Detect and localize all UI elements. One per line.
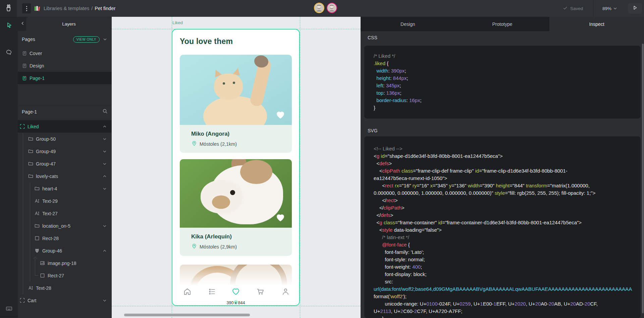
zoom-control[interactable]: 89% [602,0,617,17]
chevron-up-icon[interactable] [102,248,108,254]
page-item-design[interactable]: Design [18,59,112,72]
page-label: Design [30,63,44,69]
code-line: } [374,104,641,111]
pet-card-miko[interactable]: Miko (Angora)Móstoles (2,1km) [180,55,292,153]
horizontal-scrollbar[interactable] [124,314,250,316]
code-line: font-weight: 400; [374,263,641,271]
nav-home-icon[interactable] [183,287,192,296]
user-avatar[interactable] [314,3,324,13]
code-line: <defs> [374,160,641,167]
layer-row-group-49[interactable]: Group-49 [18,145,112,157]
layer-row-group-46[interactable]: Group-46 [18,244,112,257]
penpot-app: Libraries & templates / Pet finder Saved… [0,0,644,318]
user-avatar[interactable] [327,3,337,13]
layer-row-lovely-cats[interactable]: lovely-cats [18,170,112,182]
liked-frame[interactable]: You love them Miko (Angora)Móstoles (2,1… [172,29,300,306]
frame-name-label[interactable]: Liked [172,20,183,25]
breadcrumb[interactable]: Libraries & templates / Pet finder [44,0,115,17]
check-icon [563,6,568,11]
group-layer-icon [28,174,33,179]
comments-tool-button[interactable] [0,46,18,59]
page-item-page-1[interactable]: Page-1 [18,72,112,84]
layer-row-group-47[interactable]: Group-47 [18,157,112,170]
tab-label: Design [400,21,415,27]
layer-row-cart[interactable]: Cart [18,294,112,307]
layer-row-text-28[interactable]: Text-28 [18,282,112,294]
collapse-pages-button[interactable] [102,37,108,42]
topbar-divider [593,0,593,17]
chevron-up-icon[interactable] [102,173,108,179]
rail-divider [0,316,18,317]
pet-photo-rabbit [180,159,292,228]
play-icon [632,5,638,12]
sidebar-header: Layers [18,17,112,31]
code-line: width: 390px; [374,67,641,75]
collapse-sidebar-button[interactable] [18,17,26,31]
main-menu-button[interactable] [22,3,31,13]
css-code-block[interactable]: /* Liked */.liked { width: 390px; height… [364,46,641,119]
layer-row-rect-28[interactable]: Rect-28 [18,232,112,244]
chevron-down-icon[interactable] [102,223,108,229]
layer-row-heart-4[interactable]: heart-4 [18,182,112,195]
search-layers-button[interactable] [102,108,108,115]
layer-label: image.png-18 [48,261,108,266]
chevron-down-icon[interactable] [102,161,108,167]
pet-card-kika[interactable]: Kika (Arlequín)Móstoles (2,9km) [180,159,292,256]
chevron-down-icon[interactable] [102,148,108,154]
tab-inspect[interactable]: Inspect [549,17,644,31]
code-line: <style data-loading="false"> [374,226,641,234]
layer-row-rect-27[interactable]: Rect-27 [18,269,112,282]
chevron-left-icon [20,21,25,27]
screen-title: You love them [180,37,233,46]
layer-row-text-27[interactable]: Text-27 [18,207,112,220]
save-status-label: Saved [570,6,583,11]
layers-sidebar: Layers Pages VIEW ONLY CoverDesignPage-1… [18,17,112,318]
nav-user-icon[interactable] [281,287,290,296]
code-line: </clipPath> [374,204,641,212]
liked-heart-icon[interactable] [275,109,286,120]
app-logo-button[interactable] [0,0,17,17]
code-line: unicode-range: U+0100-024F, U+0259, U+1E… [374,300,641,308]
canvas-viewport[interactable]: Liked You love them Miko (Angora)Móstole… [112,17,361,318]
layer-row-text-29[interactable]: Text-29 [18,195,112,207]
page-icon [22,76,27,81]
code-line: /* Liked */ [374,52,641,60]
tab-prototype[interactable]: Prototype [455,17,550,31]
shortcuts-button[interactable] [0,303,18,316]
inspect-panel: DesignPrototypeInspect CSS /* Liked */.l… [361,17,644,318]
chevron-down-icon[interactable] [102,136,108,142]
tab-layers[interactable]: Layers [26,17,112,31]
pointer-tool-button[interactable] [0,19,18,32]
code-line: 0.000000, 0.000000, 1.000000, 0.000000, … [374,189,641,197]
bottom-nav-fade [172,265,299,305]
nav-list-icon[interactable] [208,287,216,296]
nav-heart-icon[interactable] [231,287,240,296]
code-line: url(data:font/woff2;base64,d09GMgABAAAAA… [374,285,641,293]
pet-name: Miko (Angora) [191,131,292,137]
code-line: font-style: normal; [374,256,641,263]
tab-design[interactable]: Design [361,17,455,31]
svg-code-block[interactable]: <!-- Liked --><g id="shape-d1d6e34f-b3fd… [364,136,641,318]
pages-spacer [18,84,112,105]
layer-label: Cart [28,298,99,303]
chevron-down-icon[interactable] [102,186,108,192]
panel-scrollbar[interactable] [642,44,644,313]
page-item-cover[interactable]: Cover [18,47,112,59]
layer-row-liked[interactable]: Liked [18,120,112,133]
toolbar-rail [0,17,18,318]
layer-row-location_on-5[interactable]: location_on-5 [18,220,112,232]
layer-tree-title: Page-1 [22,109,100,115]
code-line: border-radius: 16px; [374,97,641,104]
view-mode-button[interactable] [628,3,642,14]
css-section-title: CSS [368,35,377,40]
location-pin-icon [191,140,197,148]
nav-cart-icon[interactable] [256,287,265,296]
layer-label: lovely-cats [36,174,99,179]
chevron-up-icon[interactable] [102,124,108,130]
chevron-down-icon[interactable] [102,298,108,304]
group-layer-icon [28,136,33,141]
card-footer: Miko (Angora)Móstoles (2,1km) [180,125,292,153]
layer-row-image.png-18[interactable]: image.png-18 [18,257,112,269]
liked-heart-icon[interactable] [275,212,286,223]
layer-row-group-50[interactable]: Group-50 [18,133,112,145]
